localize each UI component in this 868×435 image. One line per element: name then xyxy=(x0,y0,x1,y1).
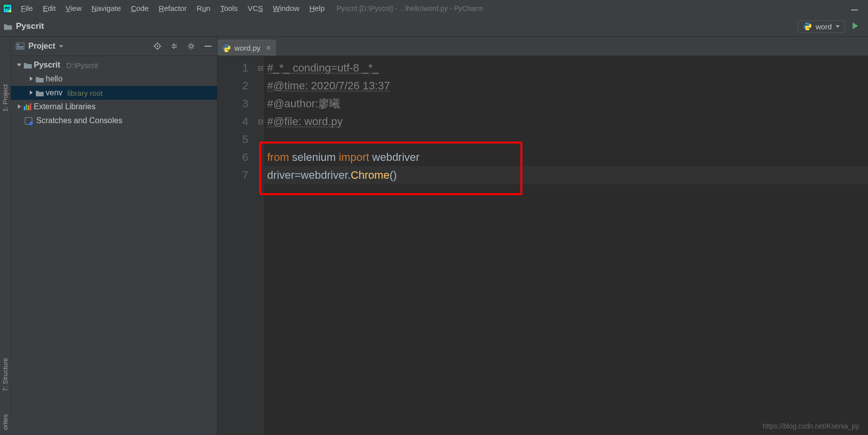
chevron-right-icon[interactable] xyxy=(28,76,34,82)
run-config-label: word xyxy=(815,22,832,31)
folder-icon xyxy=(36,90,44,96)
editor-area: word.py ✕ 1 2 3 4 5 6 7 ⊟ ⊟ #_*_ xyxy=(217,37,868,435)
tree-label: venv xyxy=(46,88,63,97)
menu-run[interactable]: Run xyxy=(192,2,216,14)
navigation-bar: Pyscrit word xyxy=(0,16,868,37)
svg-rect-5 xyxy=(17,46,23,47)
scratches-icon xyxy=(25,117,32,125)
tree-folder-venv[interactable]: venv library root xyxy=(11,86,217,100)
menu-tools[interactable]: Tools xyxy=(216,2,243,14)
svg-point-13 xyxy=(190,45,193,48)
tree-label: External Libraries xyxy=(34,102,96,111)
tool-tab-project[interactable]: 1: Project xyxy=(1,81,9,115)
project-panel-header: Project xyxy=(11,37,217,56)
locate-icon[interactable] xyxy=(153,42,161,50)
chevron-right-icon[interactable] xyxy=(16,104,22,110)
chevron-down-icon[interactable] xyxy=(59,45,63,48)
tree-external-libraries[interactable]: External Libraries xyxy=(11,100,217,114)
project-view-icon xyxy=(16,43,24,50)
libraries-icon xyxy=(24,103,32,110)
svg-rect-6 xyxy=(17,48,23,49)
menu-refactor[interactable]: Refactor xyxy=(153,2,192,14)
window-title: Pyscrit [D:\Pyscrit] - ...\hello\word.py… xyxy=(337,4,483,12)
tree-scratches[interactable]: Scratches and Consoles xyxy=(11,114,217,128)
tree-label: Pyscrit xyxy=(34,61,60,70)
menu-code[interactable]: Code xyxy=(126,2,154,14)
svg-point-2 xyxy=(809,29,810,30)
menu-navigate[interactable]: Navigate xyxy=(86,2,126,14)
menu-window[interactable]: Window xyxy=(268,2,304,14)
line-gutter: 1 2 3 4 5 6 7 xyxy=(217,56,257,435)
left-tool-strip: 1: Project 7: Structure orites xyxy=(0,37,11,435)
watermark-text: https://blog.csdn.net/Ksenia_py xyxy=(762,422,859,430)
tool-tab-favorites[interactable]: orites xyxy=(1,411,9,433)
project-panel-title: Project xyxy=(28,42,55,51)
tree-label: hello xyxy=(46,74,63,83)
main-area: 1: Project 7: Structure orites Project P… xyxy=(0,37,868,435)
tree-path: D:\Pyscrit xyxy=(66,61,98,70)
window-minimize-icon[interactable] xyxy=(851,4,858,12)
line-number: 3 xyxy=(217,95,248,113)
project-tree: Pyscrit D:\Pyscrit hello venv library ro… xyxy=(11,56,217,130)
run-button[interactable] xyxy=(851,22,859,31)
line-number: 5 xyxy=(217,131,248,148)
menu-edit[interactable]: Edit xyxy=(38,2,61,14)
tree-tag-library-root: library root xyxy=(68,89,103,97)
line-number: 7 xyxy=(217,166,248,184)
expand-all-icon[interactable] xyxy=(170,42,178,50)
tool-tab-structure[interactable]: 7: Structure xyxy=(1,355,9,394)
fold-marker[interactable]: ⊟ xyxy=(257,59,264,77)
python-file-icon xyxy=(222,44,230,52)
tab-label: word.py xyxy=(234,44,261,52)
code-editor[interactable]: 1 2 3 4 5 6 7 ⊟ ⊟ #_*_ conding=utf-8 _*_… xyxy=(217,56,868,435)
folder-icon xyxy=(24,62,32,69)
tree-label: Scratches and Consoles xyxy=(36,116,122,125)
chevron-right-icon[interactable] xyxy=(28,90,34,96)
line-number: 4 xyxy=(217,113,248,131)
svg-point-1 xyxy=(806,23,807,24)
gear-icon[interactable] xyxy=(187,42,195,50)
python-icon xyxy=(803,22,811,30)
line-number: 1 xyxy=(217,59,248,77)
line-number: 6 xyxy=(217,148,248,166)
fold-column: ⊟ ⊟ xyxy=(257,56,264,435)
run-configuration-selector[interactable]: word xyxy=(798,20,845,33)
line-number: 2 xyxy=(217,77,248,95)
fold-marker[interactable]: ⊟ xyxy=(257,113,264,131)
svg-rect-14 xyxy=(205,46,212,47)
code-content[interactable]: #_*_ conding=utf-8 _*_ #@time: 2020/7/26… xyxy=(264,56,868,435)
chevron-down-icon xyxy=(836,25,840,28)
editor-tab-bar: word.py ✕ xyxy=(217,37,868,56)
svg-rect-0 xyxy=(851,9,858,10)
close-icon[interactable]: ✕ xyxy=(266,44,271,52)
svg-rect-4 xyxy=(17,44,19,45)
tree-root-pyscrit[interactable]: Pyscrit D:\Pyscrit xyxy=(11,58,217,72)
folder-icon xyxy=(36,76,44,82)
chevron-down-icon[interactable] xyxy=(16,63,22,68)
pycharm-icon: PC xyxy=(3,4,12,13)
menu-bar: PC File Edit View Navigate Code Refactor… xyxy=(0,0,868,16)
tree-folder-hello[interactable]: hello xyxy=(11,72,217,86)
menu-file[interactable]: File xyxy=(16,2,38,14)
folder-icon xyxy=(4,23,12,30)
menu-help[interactable]: Help xyxy=(304,2,330,14)
menu-vcs[interactable]: VCS xyxy=(243,2,268,14)
svg-point-8 xyxy=(157,46,158,47)
menu-view[interactable]: View xyxy=(61,2,86,14)
breadcrumb-root[interactable]: Pyscrit xyxy=(16,21,44,31)
project-tool-window: Project Pyscrit D:\Pyscrit hello xyxy=(11,37,217,435)
hide-icon[interactable] xyxy=(204,42,212,50)
editor-tab-word[interactable]: word.py ✕ xyxy=(217,40,276,56)
